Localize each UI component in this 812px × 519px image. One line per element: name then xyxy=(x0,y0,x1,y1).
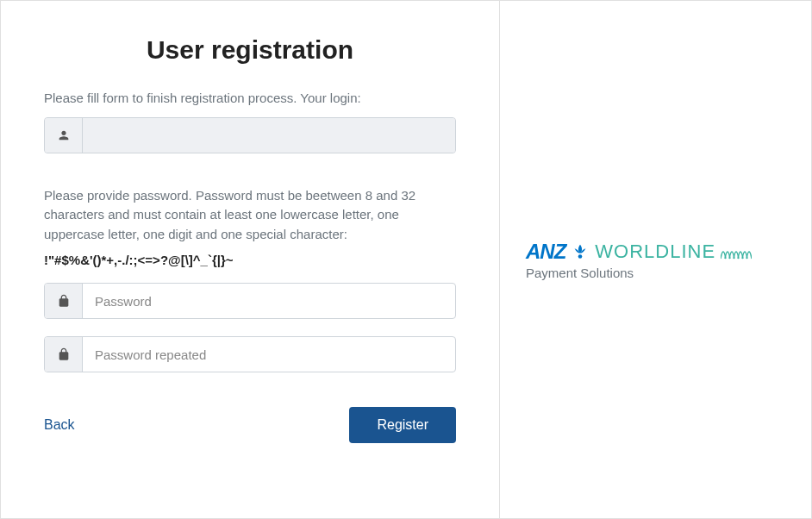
password-repeated-input[interactable] xyxy=(83,337,455,372)
worldline-waves-icon xyxy=(721,243,752,260)
login-instruction: Please fill form to finish registration … xyxy=(44,89,456,109)
login-input-group xyxy=(44,117,456,153)
user-icon xyxy=(45,118,83,153)
registration-panel: User registration Please fill form to fi… xyxy=(0,0,500,519)
page-title: User registration xyxy=(44,35,456,65)
login-input xyxy=(83,118,455,153)
button-row: Back Register xyxy=(44,407,456,443)
special-characters-list: !"#$%&'()*+,-./:;<=>?@[\]^_`{|}~ xyxy=(44,253,456,267)
brand-panel: ANZ WORLDLINE Payment Solutions xyxy=(500,0,812,519)
svg-point-0 xyxy=(578,254,583,259)
brand-logo: ANZ WORLDLINE xyxy=(526,240,752,264)
password-input[interactable] xyxy=(83,284,455,318)
password-instruction: Please provide password. Password must b… xyxy=(44,186,456,245)
worldline-logo-text: WORLDLINE xyxy=(595,241,715,263)
anz-lotus-icon xyxy=(571,242,590,261)
lock-icon xyxy=(45,337,83,372)
password-input-group xyxy=(44,283,456,319)
register-button[interactable]: Register xyxy=(349,407,456,443)
password-repeated-input-group xyxy=(44,336,456,372)
brand-tagline: Payment Solutions xyxy=(526,266,634,280)
anz-logo-text: ANZ xyxy=(526,240,565,264)
back-link[interactable]: Back xyxy=(44,417,75,433)
lock-icon xyxy=(45,284,83,318)
